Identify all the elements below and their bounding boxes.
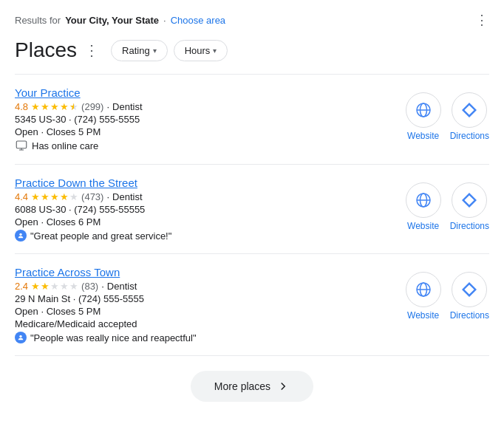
svg-point-4 (19, 233, 21, 236)
stars-row: 4.4 ★★★★★ (473) · Dentist (15, 191, 406, 202)
arrow-right-icon (276, 380, 290, 393)
hours-filter-button[interactable]: Hours ▾ (174, 40, 228, 61)
results-prefix: Results for (15, 15, 61, 26)
star-icon: ★ (60, 101, 69, 112)
review-count: (299) (81, 101, 103, 112)
directions-icon-circle[interactable] (452, 92, 487, 128)
rating-value: 4.4 (15, 191, 28, 202)
directions-button[interactable]: Directions (450, 92, 489, 141)
place-name[interactable]: Practice Down the Street (15, 177, 406, 189)
results-header: Results for Your City, Your State · Choo… (15, 12, 489, 28)
stars: ★★★★★ (31, 191, 78, 202)
more-places-button[interactable]: More places (191, 371, 313, 402)
globe-icon (415, 101, 432, 119)
directions-label: Directions (450, 310, 489, 321)
online-care-icon (15, 139, 28, 152)
star-icon: ★ (41, 101, 50, 112)
review-count: (83) (81, 281, 98, 292)
website-icon-circle[interactable] (406, 272, 441, 307)
place-address: 6088 US-30 · (724) 555-55555 (15, 204, 406, 215)
place-actions: Website Directions (406, 266, 489, 321)
stars: ★★★★★ (31, 281, 78, 292)
review-avatar (15, 332, 27, 343)
rating-value: 2.4 (15, 281, 28, 292)
place-actions: Website Directions (406, 177, 489, 231)
more-places-label: More places (214, 380, 270, 392)
website-label: Website (407, 221, 439, 231)
chevron-down-icon: ▾ (153, 47, 157, 55)
list-item: Practice Across Town 2.4 ★★★★★ (83) · De… (15, 254, 489, 356)
directions-label: Directions (450, 131, 489, 141)
half-star-icon: ★ ★ (69, 101, 78, 112)
place-type: Dentist (107, 281, 137, 292)
website-button[interactable]: Website (406, 182, 441, 231)
directions-icon (460, 281, 478, 298)
place-name[interactable]: Your Practice (15, 86, 406, 99)
rating-value: 4.8 (15, 101, 28, 112)
place-info: Practice Across Town 2.4 ★★★★★ (83) · De… (15, 266, 406, 343)
places-menu-icon[interactable]: ⋮ (84, 41, 99, 59)
directions-icon-circle[interactable] (452, 182, 487, 218)
place-extra: Medicare/Medicaid accepted (15, 318, 406, 329)
star-icon: ★ (31, 101, 40, 112)
places-list: Your Practice 4.8 ★★★★ ★ ★ (299) · Denti… (15, 75, 489, 356)
more-places-row: More places (15, 356, 489, 408)
places-title: Places (15, 38, 77, 62)
empty-star-icon: ★ (50, 281, 59, 292)
list-item: Practice Down the Street 4.4 ★★★★★ (473)… (15, 165, 489, 254)
chevron-down-icon: ▾ (213, 47, 217, 55)
stars-row: 2.4 ★★★★★ (83) · Dentist (15, 281, 406, 292)
review-count: (473) (81, 191, 103, 202)
globe-icon (415, 191, 432, 209)
more-options-icon[interactable]: ⋮ (475, 12, 489, 28)
website-label: Website (407, 310, 439, 321)
place-hours: Open · Closes 6 PM (15, 216, 406, 227)
star-icon: ★ (60, 191, 69, 202)
choose-area-link[interactable]: Choose area (171, 15, 225, 26)
star-icon: ★ (50, 191, 59, 202)
directions-button[interactable]: Directions (450, 182, 489, 231)
svg-point-8 (19, 335, 21, 338)
rating-filter-button[interactable]: Rating ▾ (111, 40, 168, 61)
place-name[interactable]: Practice Across Town (15, 266, 406, 278)
filter-buttons: Rating ▾ Hours ▾ (111, 40, 228, 61)
website-button[interactable]: Website (406, 272, 441, 321)
place-hours: Open · Closes 5 PM (15, 306, 406, 317)
list-item: Your Practice 4.8 ★★★★ ★ ★ (299) · Denti… (15, 75, 489, 165)
directions-icon-circle[interactable] (452, 272, 487, 307)
place-review: "Great people and great service!" (15, 230, 406, 242)
place-type: Dentist (112, 191, 142, 202)
place-extra: Has online care (15, 139, 406, 152)
website-label: Website (407, 131, 439, 141)
place-review: "People was really nice and reapectful" (15, 332, 406, 343)
star-icon: ★ (31, 191, 40, 202)
empty-star-icon: ★ (60, 281, 69, 292)
place-type: Dentist (112, 101, 142, 112)
website-button[interactable]: Website (406, 92, 441, 141)
results-location: Your City, Your State (65, 15, 159, 26)
place-address: 29 N Main St · (724) 555-5555 (15, 293, 406, 304)
place-hours: Open · Closes 5 PM (15, 126, 406, 137)
svg-rect-0 (16, 141, 27, 148)
place-info: Your Practice 4.8 ★★★★ ★ ★ (299) · Denti… (15, 86, 406, 152)
place-actions: Website Directions (406, 86, 489, 141)
review-avatar (15, 230, 27, 242)
directions-button[interactable]: Directions (450, 272, 489, 321)
stars-row: 4.8 ★★★★ ★ ★ (299) · Dentist (15, 101, 406, 112)
directions-icon (460, 191, 478, 209)
stars: ★★★★ ★ ★ (31, 101, 78, 112)
directions-label: Directions (450, 221, 489, 231)
website-icon-circle[interactable] (406, 92, 441, 128)
star-icon: ★ (41, 281, 50, 292)
website-icon-circle[interactable] (406, 182, 441, 218)
place-address: 5345 US-30 · (724) 555-5555 (15, 114, 406, 125)
star-icon: ★ (41, 191, 50, 202)
empty-star-icon: ★ (69, 281, 78, 292)
directions-icon (460, 101, 478, 119)
star-icon: ★ (31, 281, 40, 292)
star-icon: ★ (50, 101, 59, 112)
globe-icon (415, 281, 432, 298)
empty-star-icon: ★ (69, 191, 78, 202)
places-header: Places ⋮ Rating ▾ Hours ▾ (15, 38, 489, 62)
place-info: Practice Down the Street 4.4 ★★★★★ (473)… (15, 177, 406, 242)
